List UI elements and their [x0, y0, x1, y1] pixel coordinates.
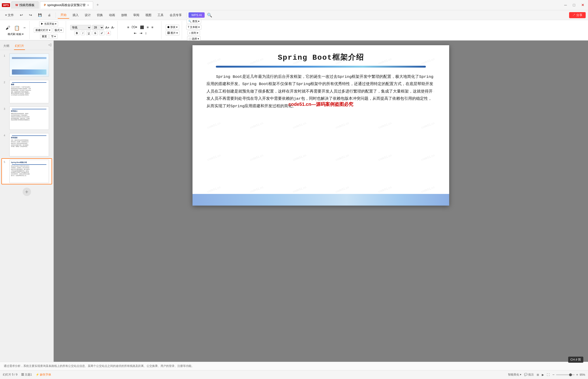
zoom-level[interactable]: 95%	[580, 373, 585, 377]
underline-button[interactable]: U	[86, 31, 91, 35]
layout-button[interactable]: 版式 ▾	[53, 28, 64, 33]
images-button[interactable]: 🖼 图片 ▾	[166, 31, 179, 35]
menu-slideshow[interactable]: 放映	[118, 12, 130, 18]
window-minimize-btn[interactable]: ─	[562, 2, 569, 8]
window-restore-btn[interactable]: □	[571, 2, 577, 8]
font-decrease-btn[interactable]: A-	[111, 25, 115, 30]
menu-redo[interactable]: ↪	[26, 12, 35, 18]
slide-blue-line	[216, 66, 426, 68]
line-spacing-btn[interactable]: ↕	[144, 31, 148, 35]
shapes-button[interactable]: ⬟ 形状 ▾	[166, 25, 179, 30]
slide-panel: 大纲 幻灯片 ◁ 1 2 摘要 本文设计并实现了一个基于SpringBoot	[0, 41, 54, 362]
indent-less-btn[interactable]: ⇤	[133, 31, 138, 35]
tab-outline[interactable]: 大纲	[2, 42, 10, 50]
theme-badge[interactable]: ☰ 主题1	[21, 373, 32, 377]
tab-wps-template[interactable]: W 找稿壳模板	[11, 1, 38, 9]
tab-close-springboot[interactable]: ✕	[87, 4, 89, 7]
window-close-btn[interactable]: ✕	[579, 2, 586, 8]
ribbon-group-find: 🔍 查找 ▾ T 文本框 ▾ ↕ 排列 ▾ ⬚ 选择 ▾	[184, 21, 204, 39]
panel-collapse-btn[interactable]: ◁	[48, 42, 51, 50]
align-left-btn[interactable]: ⬛	[139, 25, 145, 30]
italic-button[interactable]: I	[81, 31, 85, 35]
menu-member[interactable]: 会员专享	[167, 12, 185, 18]
reset-button[interactable]: 重置	[40, 34, 49, 39]
wm-24: code51.cn	[402, 135, 449, 180]
title-bar-left: WPS W 找稿壳模板 P springboot高校会议室预订管 ✕ +	[2, 1, 101, 9]
watermark-cell: code51.cn	[54, 84, 127, 156]
textbox-button[interactable]: T 文本框 ▾	[186, 25, 202, 30]
menu-start[interactable]: 开始	[58, 12, 69, 19]
slide-item-5[interactable]: 5 Spring Boot框架介绍 Spring Boot是近几年最为流行的后台…	[1, 158, 52, 184]
menu-tools[interactable]: 工具	[155, 12, 166, 18]
view-slideshow-btn[interactable]: ▶	[542, 373, 544, 377]
menu-animation[interactable]: 动画	[106, 12, 118, 18]
menu-file[interactable]: ≡ 文件	[2, 12, 17, 18]
menu-review[interactable]: 审阅	[130, 12, 142, 18]
font-name-select[interactable]: 等线	[70, 25, 91, 30]
indent-more-btn[interactable]: ⇥	[139, 31, 143, 35]
wps-logo: WPS	[2, 3, 10, 7]
list-number-btn[interactable]: ⑴≡	[131, 25, 138, 30]
menu-insert[interactable]: 插入	[70, 12, 82, 18]
font-increase-btn[interactable]: A+	[105, 25, 110, 30]
align-right-btn[interactable]: ≡	[151, 25, 154, 30]
format-paint-button[interactable]: 🖌	[4, 24, 12, 31]
slide-canvas[interactable]: Spring Boot框架介绍 Spring Boot是近几年最为流行的后台开发…	[192, 45, 449, 205]
ch-input-indicator[interactable]: CH ∂ 简	[568, 357, 583, 363]
new-slide-button[interactable]: 新建幻灯片 ▾	[34, 28, 52, 33]
list-bullet-btn[interactable]: ≡	[126, 25, 130, 30]
menu-save[interactable]: 💾	[35, 12, 45, 18]
slide-item-3[interactable]: 3 研究意义 随着信息技术的快速发展，高校对 会议室的管理提出了更高的要求。 传…	[1, 105, 52, 131]
arrange-button[interactable]: ↕ 排列 ▾	[188, 31, 200, 35]
tab-add-button[interactable]: +	[95, 2, 101, 7]
current-slide-button[interactable]: ▶ 当页开始 ▾	[39, 21, 58, 26]
search-button[interactable]: 🔍	[205, 12, 214, 19]
watermark-cell: code51.cn	[381, 296, 462, 362]
view-normal-btn[interactable]: ⊞	[537, 373, 539, 377]
menu-print[interactable]: 🖨	[45, 12, 54, 18]
section-button[interactable]: 节 ▾	[50, 34, 57, 39]
cut-button[interactable]: ✂	[22, 26, 27, 30]
font-size-select[interactable]: 28	[92, 25, 104, 30]
share-button[interactable]: ↗ 分享	[569, 12, 586, 18]
watermark-cell: code51.cn	[55, 347, 119, 362]
find-button[interactable]: 🔍 查找 ▾	[187, 19, 201, 24]
wm-19: code51.cn	[192, 135, 239, 180]
slide-item-2[interactable]: 2 摘要 本文设计并实现了一个基于SpringBoot 框架的高校会议室预订管理…	[1, 79, 52, 105]
menu-design[interactable]: 设计	[82, 12, 94, 18]
watermark-cell: code51.cn	[314, 296, 395, 362]
slide-item-4[interactable]: 4 研究现状 目前，国内外对会议室管理系统的 研究已有一定成果，各高校和企业 纷…	[1, 132, 52, 158]
bold-button[interactable]: B	[74, 31, 79, 35]
menu-transition[interactable]: 切换	[94, 12, 106, 18]
add-slide-button[interactable]: +	[23, 188, 31, 196]
watermark-cell: code51.cn	[54, 190, 127, 262]
missing-font-badge[interactable]: ⚡ 缺失字体	[36, 373, 51, 377]
align-center-btn[interactable]: ≡	[146, 25, 150, 30]
slide-4-title: 研究现状	[11, 137, 47, 139]
cut-icon: ✂	[24, 26, 26, 29]
view-fullscreen-btn[interactable]: ⛶	[547, 373, 550, 377]
slide-info: 幻灯片 5 / 9	[3, 373, 17, 377]
comment-btn[interactable]: 💬 批注	[524, 373, 534, 377]
watermark-cell: code51.cn	[447, 137, 528, 209]
slide-number-5: 5	[4, 161, 7, 163]
tab-slides[interactable]: 幻灯片	[14, 42, 25, 50]
menu-bar: ≡ 文件 ↩ ↪ 💾 🖨 开始 插入 设计 切换 动画 放映 审阅 视图 工具 …	[0, 10, 588, 20]
smart-beauty-btn[interactable]: 智能美化 ▾	[508, 373, 521, 377]
zoom-out-btn[interactable]: −	[552, 373, 554, 377]
menu-view[interactable]: 视图	[143, 12, 154, 18]
slide-item-1[interactable]: 1	[1, 52, 52, 78]
zoom-in-btn[interactable]: +	[576, 373, 578, 377]
font-color-button[interactable]: A	[106, 31, 111, 35]
tab-springboot[interactable]: P springboot高校会议室预订管 ✕	[40, 1, 93, 9]
slide-thumb-1	[9, 53, 49, 77]
zoom-slider[interactable]	[556, 374, 575, 375]
menu-undo[interactable]: ↩	[17, 12, 26, 18]
paste-button[interactable]: 📋	[13, 24, 21, 32]
slide-thumb-3: 研究意义 随着信息技术的快速发展，高校对 会议室的管理提出了更高的要求。 传统的…	[9, 107, 49, 130]
superscript-button[interactable]: x²	[99, 31, 104, 35]
strikethrough-button[interactable]: S	[93, 31, 98, 35]
wps-ai-button[interactable]: WPS AI	[188, 12, 205, 18]
watermark-cell: code51.cn	[180, 243, 261, 315]
main-area: 大纲 幻灯片 ◁ 1 2 摘要 本文设计并实现了一个基于SpringBoot	[0, 41, 588, 362]
